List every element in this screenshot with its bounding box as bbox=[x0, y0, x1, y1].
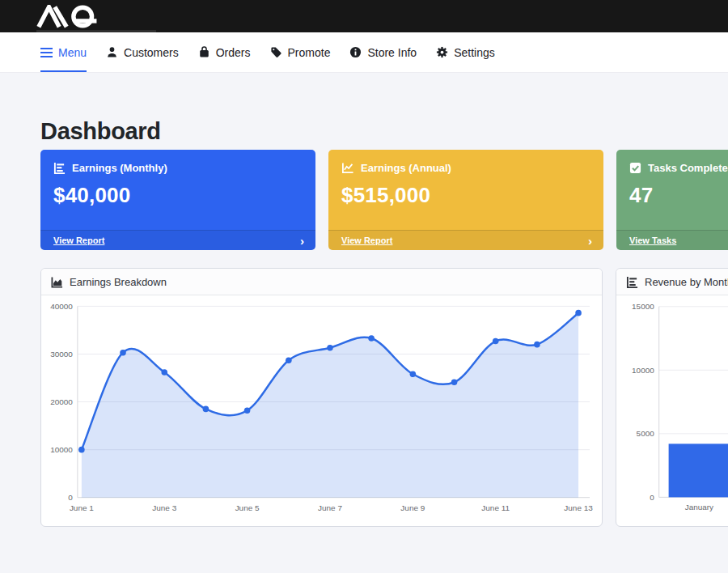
card-tasks-completed: Tasks Completed 47 View Tasks › bbox=[616, 150, 728, 250]
page-title: Dashboard bbox=[40, 118, 728, 145]
nav-label: Menu bbox=[58, 46, 87, 59]
nav-item-store-info[interactable]: Store Info bbox=[349, 32, 417, 72]
svg-text:0: 0 bbox=[650, 493, 654, 502]
gear-icon bbox=[436, 46, 448, 58]
nav-label: Store Info bbox=[367, 46, 417, 59]
earnings-breakdown-panel: Earnings Breakdown 010000200003000040000… bbox=[40, 268, 603, 527]
stat-cards-row: Earnings (Monthly) $40,000 View Report ›… bbox=[40, 150, 728, 250]
shopping-bag-icon bbox=[198, 46, 210, 58]
card-earnings-annual: Earnings (Annual) $515,000 View Report › bbox=[328, 150, 603, 250]
main-content: Dashboard Earnings (Monthly) $40,000 Vie… bbox=[0, 118, 728, 527]
svg-text:10000: 10000 bbox=[632, 366, 654, 375]
chevron-right-icon: › bbox=[300, 235, 304, 247]
nav-item-settings[interactable]: Settings bbox=[436, 32, 495, 72]
svg-text:30000: 30000 bbox=[50, 350, 73, 359]
card-value: $515,000 bbox=[341, 183, 590, 208]
card-body: Tasks Completed 47 bbox=[616, 150, 728, 208]
card-body: Earnings (Monthly) $40,000 bbox=[40, 150, 315, 208]
card-earnings-monthly: Earnings (Monthly) $40,000 View Report › bbox=[40, 150, 315, 250]
card-value: 47 bbox=[629, 183, 728, 208]
view-tasks-link[interactable]: View Tasks bbox=[629, 236, 676, 245]
card-footer: View Tasks › bbox=[616, 230, 728, 250]
hamburger-icon bbox=[40, 48, 53, 57]
svg-text:January: January bbox=[685, 503, 713, 511]
nav-item-menu[interactable]: Menu bbox=[40, 32, 87, 72]
revenue-by-month-panel: Revenue by Month 050001000015000January bbox=[616, 268, 728, 527]
card-footer: View Report › bbox=[40, 230, 315, 250]
check-square-icon bbox=[629, 162, 641, 174]
svg-text:June 13: June 13 bbox=[564, 503, 593, 512]
aq-logo-icon bbox=[36, 5, 101, 28]
card-body: Earnings (Annual) $515,000 bbox=[328, 150, 603, 208]
topbar bbox=[0, 0, 728, 32]
bar-chart-icon bbox=[626, 276, 638, 288]
panel-header: Revenue by Month bbox=[616, 269, 728, 295]
nav-label: Promote bbox=[288, 46, 331, 59]
card-value: $40,000 bbox=[53, 183, 303, 208]
app-logo[interactable] bbox=[36, 5, 101, 28]
person-icon bbox=[106, 46, 118, 58]
bar-chart-icon bbox=[53, 162, 66, 174]
nav-item-customers[interactable]: Customers bbox=[106, 32, 179, 72]
card-title: Tasks Completed bbox=[648, 162, 728, 174]
svg-text:40000: 40000 bbox=[50, 302, 73, 311]
chart-panels-row: Earnings Breakdown 010000200003000040000… bbox=[40, 268, 728, 527]
nav-item-orders[interactable]: Orders bbox=[198, 32, 251, 72]
area-chart-icon bbox=[51, 276, 63, 288]
nav-label: Customers bbox=[124, 46, 179, 59]
svg-text:June 5: June 5 bbox=[235, 503, 260, 512]
card-title: Earnings (Monthly) bbox=[72, 162, 167, 174]
svg-text:June 11: June 11 bbox=[481, 503, 510, 512]
revenue-by-month-chart: 050001000015000January bbox=[616, 295, 728, 527]
nav-label: Orders bbox=[216, 46, 251, 59]
svg-text:20000: 20000 bbox=[50, 397, 73, 406]
logo-underline bbox=[36, 30, 156, 32]
info-circle-icon bbox=[349, 46, 362, 58]
chevron-right-icon: › bbox=[588, 235, 592, 247]
svg-text:June 9: June 9 bbox=[400, 503, 425, 512]
nav-item-promote[interactable]: Promote bbox=[270, 32, 331, 72]
svg-text:10000: 10000 bbox=[50, 445, 73, 454]
svg-text:0: 0 bbox=[68, 493, 73, 502]
svg-text:June 3: June 3 bbox=[152, 503, 176, 512]
card-title: Earnings (Annual) bbox=[361, 162, 451, 174]
panel-title: Revenue by Month bbox=[645, 276, 728, 288]
svg-text:June 7: June 7 bbox=[318, 503, 342, 512]
svg-text:June 1: June 1 bbox=[70, 503, 94, 512]
card-footer: View Report › bbox=[328, 230, 603, 250]
view-report-link[interactable]: View Report bbox=[341, 236, 392, 245]
nav-label: Settings bbox=[454, 46, 495, 59]
panel-title: Earnings Breakdown bbox=[70, 276, 167, 288]
view-report-link[interactable]: View Report bbox=[53, 236, 104, 245]
tag-icon bbox=[270, 46, 282, 58]
main-nav: Menu Customers Orders Promote Store Info bbox=[0, 32, 728, 73]
svg-text:5000: 5000 bbox=[637, 429, 655, 438]
earnings-breakdown-chart: 010000200003000040000June 1June 3June 5J… bbox=[41, 295, 602, 527]
panel-header: Earnings Breakdown bbox=[41, 269, 602, 295]
line-chart-icon bbox=[341, 162, 354, 174]
svg-text:15000: 15000 bbox=[632, 302, 654, 311]
